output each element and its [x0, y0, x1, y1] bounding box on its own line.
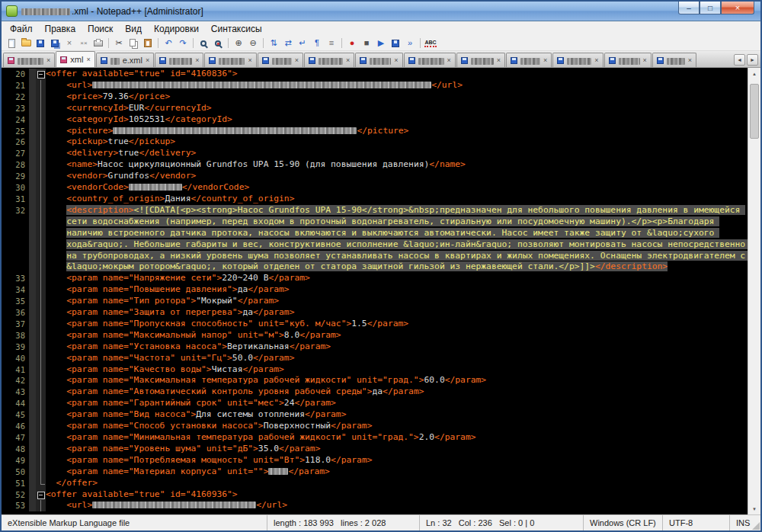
bookmark-margin[interactable] — [29, 69, 36, 80]
tab-close-icon[interactable]: × — [497, 57, 501, 64]
editor-line[interactable]: 23<currencyId>EUR</currencyId> — [2, 103, 748, 114]
bookmark-margin[interactable] — [29, 466, 36, 478]
status-eol-format[interactable]: Windows (CR LF) — [584, 515, 663, 530]
editor-line[interactable]: 44<param name="Гарантийный срок" unit="м… — [2, 398, 748, 409]
bookmark-margin[interactable] — [29, 421, 36, 432]
menu-item-3[interactable]: Поиск — [82, 22, 119, 36]
editor-line[interactable]: 37<param name="Пропускная способность" u… — [2, 319, 748, 330]
bookmark-margin[interactable] — [29, 500, 36, 511]
bookmark-margin[interactable] — [29, 386, 36, 398]
redo-button[interactable]: ↷ — [176, 37, 190, 50]
bookmark-margin[interactable] — [29, 182, 36, 194]
cut-button[interactable]: ✂ — [112, 37, 126, 50]
find-button[interactable] — [197, 37, 210, 50]
title-bar[interactable]: .xml - Notepad++ [Administrator] – □ × — [2, 2, 760, 21]
editor-line[interactable]: 29<vendor>Grundfos</vendor> — [2, 171, 748, 182]
code-text[interactable]: <picture></picture> — [46, 126, 748, 137]
code-text[interactable]: <offer available="true" id="4160936"> — [46, 489, 748, 501]
editor-line[interactable]: 34<param name="Повышение давления">да</p… — [2, 284, 748, 296]
code-text[interactable]: <param name="Максимальный напор" unit="м… — [46, 330, 748, 341]
code-text[interactable]: <param name="Защита от перегрева">да</pa… — [46, 307, 748, 319]
code-text[interactable]: <price>79.36</price> — [46, 91, 748, 103]
tab-close-icon[interactable]: × — [46, 57, 50, 64]
spell-check-button[interactable]: ABC — [424, 37, 437, 50]
code-text[interactable]: <country_of_origin>Дания</country_of_ori… — [46, 194, 748, 205]
editor-line[interactable]: 43<param name="Автоматический контроль у… — [2, 386, 748, 398]
tab-4[interactable]: × — [155, 53, 203, 67]
save-macro-button[interactable] — [389, 37, 402, 50]
tab-14[interactable]: × — [652, 53, 696, 67]
bookmark-margin[interactable] — [29, 319, 36, 330]
open-file-button[interactable] — [19, 37, 33, 50]
tab-close-icon[interactable]: × — [643, 57, 647, 64]
bookmark-margin[interactable] — [29, 455, 36, 466]
bookmark-margin[interactable] — [29, 284, 36, 296]
code-text[interactable]: <vendorCode></vendorCode> — [46, 182, 748, 194]
new-file-button[interactable] — [5, 37, 18, 50]
indent-guide-button[interactable]: ≡ — [325, 37, 338, 50]
code-text[interactable]: <param name="Автоматический контроль уро… — [46, 386, 748, 398]
tab-scroll-right-button[interactable]: ► — [747, 54, 758, 66]
editor-line[interactable]: 21<url></url> — [2, 80, 748, 91]
menu-item-4[interactable]: Вид — [119, 22, 148, 36]
play-macro-button[interactable]: ▶ — [374, 37, 388, 50]
bookmark-margin[interactable] — [29, 353, 36, 364]
save-all-button[interactable] — [48, 37, 62, 50]
bookmark-margin[interactable] — [29, 136, 36, 148]
editor-line[interactable]: 24<categoryId>1052531</categoryId> — [2, 114, 748, 126]
menu-item-5[interactable]: Кодировки — [148, 22, 205, 36]
tab-9[interactable]: × — [404, 53, 456, 67]
fold-collapse-icon[interactable] — [36, 69, 46, 80]
bookmark-margin[interactable] — [29, 205, 36, 273]
bookmark-margin[interactable] — [29, 444, 36, 455]
tab-close-icon[interactable]: × — [394, 57, 398, 64]
print-button[interactable] — [91, 37, 105, 50]
code-text[interactable]: <param name="Качество воды">Чистая</para… — [46, 364, 748, 376]
fold-collapse-icon[interactable] — [36, 489, 46, 501]
bookmark-margin[interactable] — [29, 364, 36, 376]
close-file-button[interactable]: × — [62, 37, 76, 50]
code-text[interactable]: <param name="Гарантийный срок" unit="мес… — [46, 398, 748, 409]
bookmark-margin[interactable] — [29, 114, 36, 126]
code-text[interactable]: <param name="Частота" unit="Гц">50.0</pa… — [46, 353, 748, 364]
editor-line[interactable]: 51</offer> — [2, 478, 748, 489]
record-macro-button[interactable]: ● — [345, 37, 359, 50]
code-text[interactable]: <param name="Потребляемая мощность" unit… — [46, 455, 748, 466]
copy-button[interactable] — [126, 37, 140, 50]
tab-close-icon[interactable]: × — [146, 57, 149, 64]
close-button[interactable]: × — [721, 2, 754, 14]
editor-line[interactable]: 28<name>Насос циркуляционный Grundfos UP… — [2, 159, 748, 171]
code-text[interactable]: <delivery>true</delivery> — [46, 148, 748, 159]
bookmark-margin[interactable] — [29, 91, 36, 103]
tab-close-icon[interactable]: × — [195, 57, 199, 64]
editor-line[interactable]: 42<param name="Максимальная температура … — [2, 375, 748, 386]
code-text[interactable]: <categoryId>1052531</categoryId> — [46, 114, 748, 126]
show-all-characters-button[interactable]: ¶ — [310, 37, 324, 50]
scrollbar-track[interactable] — [748, 79, 760, 503]
tab-close-icon[interactable]: × — [594, 57, 598, 64]
bookmark-margin[interactable] — [29, 341, 36, 353]
code-text[interactable]: <url></url> — [46, 500, 748, 511]
code-text[interactable]: <param name="Минимальная температура раб… — [46, 432, 748, 444]
bookmark-margin[interactable] — [29, 330, 36, 341]
bookmark-margin[interactable] — [29, 432, 36, 444]
code-text[interactable]: <param name="Повышение давления">да</par… — [46, 284, 748, 296]
tab-12[interactable]: × — [552, 53, 603, 67]
zoom-in-button[interactable]: ⊕ — [232, 37, 245, 50]
editor-line[interactable]: 35<param name="Тип ротора">"Мокрый"</par… — [2, 296, 748, 307]
editor-line[interactable]: 26<pickup>true</pickup> — [2, 136, 748, 148]
minimize-button[interactable]: – — [678, 2, 700, 14]
editor-line[interactable]: 41<param name="Качество воды">Чистая</pa… — [2, 364, 748, 376]
tab-close-icon[interactable]: × — [346, 57, 350, 64]
code-text[interactable]: <param name="Тип ротора">"Мокрый"</param… — [46, 296, 748, 307]
editor-line[interactable]: 47<param name="Минимальная температура р… — [2, 432, 748, 444]
run-macro-multiple-button[interactable]: » — [403, 37, 417, 50]
editor-line[interactable]: 53<url></url> — [2, 500, 748, 511]
code-text[interactable]: <name>Насос циркуляционный Grundfos UPA … — [46, 159, 748, 171]
code-text[interactable]: <param name="Уровень шума" unit="дБ">35.… — [46, 444, 748, 455]
editor-line[interactable]: 31<country_of_origin>Дания</country_of_o… — [2, 194, 748, 205]
scroll-down-icon[interactable]: ▼ — [748, 503, 760, 514]
stop-macro-button[interactable]: ■ — [360, 37, 373, 50]
editor-line[interactable]: 48<param name="Уровень шума" unit="дБ">3… — [2, 444, 748, 455]
tab-7[interactable]: × — [304, 53, 354, 67]
